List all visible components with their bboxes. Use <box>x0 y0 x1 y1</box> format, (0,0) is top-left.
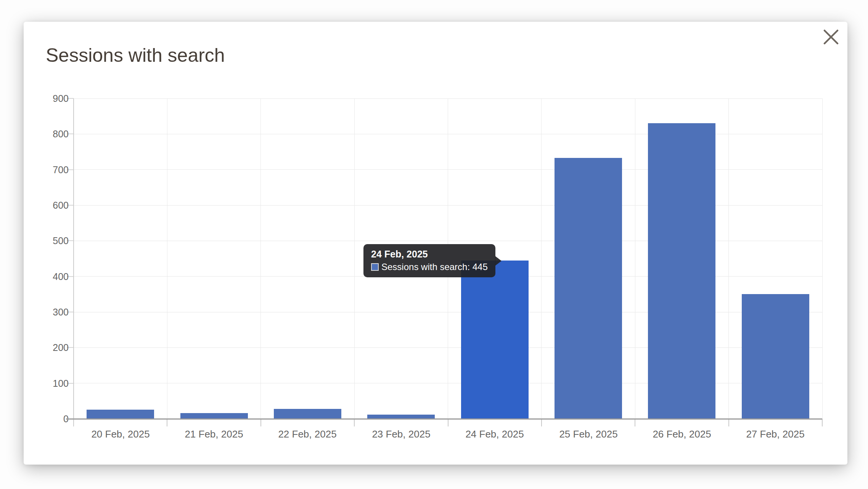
chart-bar-21-feb-2025[interactable] <box>180 413 248 419</box>
chart-bar-22-feb-2025[interactable] <box>274 409 341 419</box>
x-axis-tick <box>354 419 355 426</box>
x-axis-tick <box>635 419 635 426</box>
y-axis-label: 400 <box>24 271 69 282</box>
gridline-vertical <box>260 98 261 419</box>
chart-bar-27-feb-2025[interactable] <box>742 294 809 419</box>
x-axis-tick <box>260 419 261 426</box>
y-axis-label: 900 <box>24 93 69 104</box>
gridline-vertical <box>822 98 823 419</box>
tooltip-arrow-icon <box>495 256 502 266</box>
y-axis-label: 600 <box>24 199 69 211</box>
gridline-vertical <box>635 98 635 419</box>
y-axis-label: 0 <box>24 413 69 425</box>
tooltip-value-text: Sessions with search: 445 <box>381 261 488 272</box>
chart-bar-20-feb-2025[interactable] <box>87 410 154 419</box>
x-axis-label: 27 Feb, 2025 <box>728 428 822 440</box>
chart-tooltip: 24 Feb, 2025 Sessions with search: 445 <box>363 244 495 277</box>
gridline-vertical <box>354 98 355 419</box>
series-swatch-icon <box>371 263 379 271</box>
sessions-bar-chart: 010020030040050060070080090020 Feb, 2025… <box>24 22 847 465</box>
x-axis-label: 25 Feb, 2025 <box>542 428 635 440</box>
gridline-vertical <box>728 98 729 419</box>
y-axis-label: 100 <box>24 378 69 389</box>
y-axis-label: 800 <box>24 128 69 140</box>
gridline-vertical <box>167 98 167 419</box>
chart-bar-24-feb-2025[interactable] <box>461 261 529 419</box>
y-axis-line <box>73 98 74 426</box>
x-axis-tick <box>541 419 542 426</box>
chart-bar-26-feb-2025[interactable] <box>648 123 715 419</box>
x-axis-baseline <box>66 418 822 420</box>
tooltip-series-row: Sessions with search: 445 <box>371 261 488 272</box>
y-axis-label: 700 <box>24 164 69 175</box>
x-axis-tick <box>167 419 167 426</box>
x-axis-label: 20 Feb, 2025 <box>74 428 167 440</box>
x-axis-label: 24 Feb, 2025 <box>448 428 542 440</box>
y-axis-label: 500 <box>24 235 69 246</box>
x-axis-tick <box>448 419 448 426</box>
x-axis-label: 21 Feb, 2025 <box>167 428 261 440</box>
x-axis-label: 22 Feb, 2025 <box>260 428 354 440</box>
x-axis-tick <box>728 419 729 426</box>
chart-bar-25-feb-2025[interactable] <box>555 158 622 419</box>
x-axis-label: 23 Feb, 2025 <box>354 428 448 440</box>
y-axis-label: 300 <box>24 306 69 318</box>
gridline-vertical <box>541 98 542 419</box>
tooltip-date: 24 Feb, 2025 <box>371 248 488 260</box>
x-axis-tick <box>822 419 823 426</box>
y-axis-label: 200 <box>24 342 69 353</box>
x-axis-label: 26 Feb, 2025 <box>635 428 729 440</box>
chart-modal: Sessions with search 0100200300400500600… <box>24 22 847 465</box>
